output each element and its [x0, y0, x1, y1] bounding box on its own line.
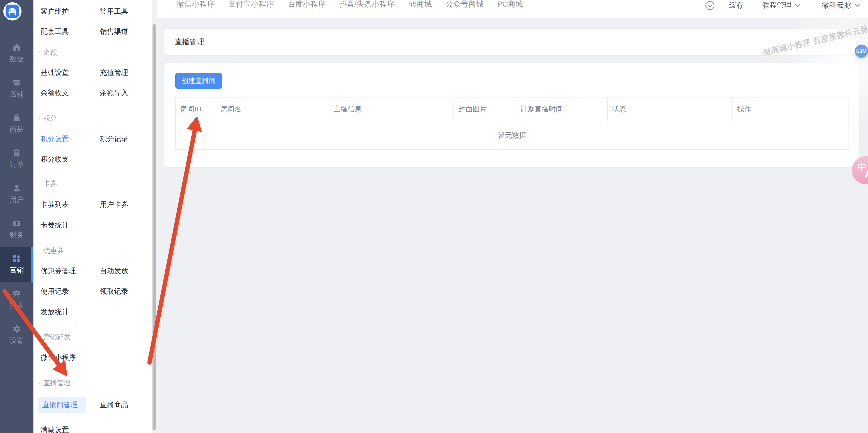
submenu-item[interactable]: 发放统计 — [40, 307, 69, 317]
submenu-item[interactable]: 卡券统计 — [40, 220, 69, 230]
table-column-header: 状态 — [608, 98, 733, 121]
submenu-item[interactable]: 配套工具 — [40, 27, 69, 36]
chevron-down-icon — [855, 2, 860, 7]
submenu-section-label: 余额 — [38, 48, 57, 57]
submenu-item[interactable]: 常用工具 — [100, 7, 128, 16]
submenu-item-active[interactable]: 直播间管理 — [38, 397, 86, 413]
tutorial-menu[interactable]: 教程管理 — [762, 0, 799, 11]
marketing-icon — [12, 254, 21, 263]
finance-icon — [12, 219, 21, 228]
primary-sidebar: 数据店铺商品订单用户财务营销报表设置 — [0, 0, 33, 433]
submenu-item[interactable]: 余额导入 — [100, 88, 128, 98]
memory-badge[interactable]: 63M — [855, 44, 868, 58]
table-column-header: 主播信息 — [329, 98, 454, 121]
report-icon — [12, 289, 21, 298]
brand-logo-icon — [3, 2, 22, 21]
submenu-item[interactable]: 直播商品 — [100, 400, 128, 410]
storefront-icon — [12, 78, 21, 87]
submenu-section-label: 积分 — [38, 114, 57, 123]
channel-tabs: 微信小程序支付宝小程序百度小程序抖音/头条小程序h5商城公众号商城PC商城 — [177, 0, 523, 10]
chevron-down-icon — [795, 2, 800, 7]
sidebar-item-label: 店铺 — [0, 90, 33, 98]
submenu-section-label: 优惠券 — [38, 246, 64, 255]
submenu-item[interactable]: 领取记录 — [100, 287, 128, 296]
sidebar-item-finance[interactable]: 财务 — [0, 211, 33, 246]
translate-badge[interactable]: 中 A — [852, 156, 868, 184]
document-icon — [12, 148, 21, 158]
sidebar-item-label: 设置 — [0, 337, 33, 344]
sidebar-item-label: 报表 — [0, 302, 33, 309]
submenu-item[interactable]: 积分收支 — [40, 155, 69, 164]
app-logo[interactable] — [3, 2, 22, 21]
submenu-item[interactable]: 卡券列表 — [40, 200, 69, 209]
submenu-item[interactable]: 客户维护 — [40, 7, 69, 16]
submenu-item-label: 直播间管理 — [42, 397, 78, 413]
table-column-header: 房间名 — [216, 98, 329, 121]
table-column-header: 房间ID — [176, 98, 216, 121]
submenu-item[interactable]: 使用记录 — [40, 287, 69, 296]
cache-button[interactable]: 缓存 — [729, 0, 744, 11]
sidebar-item-settings[interactable]: 设置 — [0, 317, 33, 352]
live-room-table: 房间ID房间名主播信息封面图片计划直播时间状态操作 暂无数据 — [175, 97, 848, 150]
sidebar-scrollbar-thumb[interactable] — [153, 24, 156, 430]
submenu-item[interactable]: 基础设置 — [40, 68, 69, 77]
table-header-row: 房间ID房间名主播信息封面图片计划直播时间状态操作 — [176, 98, 848, 121]
sidebar-item-orders[interactable]: 订单 — [0, 141, 33, 176]
submenu-item[interactable]: 满减设置 — [40, 425, 69, 433]
channel-tab[interactable]: 抖音/头条小程序 — [339, 0, 395, 10]
sidebar-item-shop[interactable]: 店铺 — [0, 71, 33, 106]
circle-download-icon — [705, 1, 715, 10]
table-column-header: 计划直播时间 — [516, 98, 608, 121]
channel-tab[interactable]: 支付宝小程序 — [228, 0, 274, 10]
sidebar-item-marketing[interactable]: 营销 — [0, 246, 33, 282]
gear-icon — [12, 324, 21, 333]
submenu-item[interactable]: 优惠券管理 — [40, 266, 76, 276]
sidebar-item-label: 订单 — [0, 161, 33, 168]
channel-tab[interactable]: PC商城 — [497, 0, 523, 10]
submenu-item[interactable]: 用户卡券 — [100, 200, 128, 209]
sidebar-item-label: 用户 — [0, 196, 33, 204]
channel-tab[interactable]: 微信小程序 — [177, 0, 215, 10]
sidebar-item-label: 商品 — [0, 126, 33, 133]
sidebar-item-reports[interactable]: 报表 — [0, 282, 33, 317]
submenu-item[interactable]: 微信小程序 — [40, 353, 76, 362]
channel-tab[interactable]: 公众号商城 — [446, 0, 484, 10]
home-icon — [12, 43, 21, 52]
channel-tab[interactable]: 百度小程序 — [287, 0, 326, 10]
secondary-sidebar: 客户维护常用工具配套工具销售渠道余额基础设置充值管理余额收支余额导入积分积分设置… — [33, 0, 152, 433]
download-button[interactable] — [705, 1, 715, 10]
active-indicator-bar — [31, 246, 33, 282]
table-column-header: 封面图片 — [454, 98, 516, 121]
submenu-section-label: 直播管理 — [38, 378, 71, 388]
sidebar-scrollbar — [152, 0, 157, 433]
channel-tab[interactable]: h5商城 — [408, 0, 432, 10]
create-live-room-button[interactable]: 创建直播间 — [175, 73, 222, 89]
sidebar-item-label: 营销 — [0, 266, 33, 274]
submenu-item-highlighted[interactable]: 积分设置 — [40, 134, 69, 144]
admin-app: 数据店铺商品订单用户财务营销报表设置 客户维护常用工具配套工具销售渠道余额基础设… — [0, 0, 868, 433]
page-header-card: 直播管理 — [164, 29, 859, 55]
submenu-section-label: 营销群发 — [38, 332, 71, 341]
sidebar-item-label: 财务 — [0, 231, 33, 239]
submenu-section-label: 卡券 — [38, 179, 57, 188]
submenu-item[interactable]: 自动发放 — [100, 266, 128, 276]
account-menu[interactable]: 微科云脉 — [822, 0, 859, 11]
live-room-card: 创建直播间 房间ID房间名主播信息封面图片计划直播时间状态操作 暂无数据 — [164, 63, 859, 167]
table-column-header: 操作 — [733, 98, 848, 121]
submenu-item[interactable]: 销售渠道 — [100, 27, 128, 36]
submenu-item[interactable]: 积分记录 — [100, 134, 128, 144]
user-icon — [12, 184, 21, 193]
submenu-item[interactable]: 充值管理 — [100, 68, 128, 77]
table-empty-state: 暂无数据 — [176, 121, 848, 149]
sidebar-item-users[interactable]: 用户 — [0, 176, 33, 211]
page-title: 直播管理 — [175, 29, 204, 55]
sidebar-item-label: 数据 — [0, 55, 33, 63]
top-bar: 微信小程序支付宝小程序百度小程序抖音/头条小程序h5商城公众号商城PC商城 缓存… — [157, 0, 868, 18]
submenu-item[interactable]: 余额收支 — [40, 88, 69, 98]
sidebar-item-data[interactable]: 数据 — [0, 35, 33, 71]
translate-icon: 中 A — [852, 156, 868, 184]
sidebar-item-goods[interactable]: 商品 — [0, 106, 33, 141]
bag-icon — [12, 113, 21, 122]
